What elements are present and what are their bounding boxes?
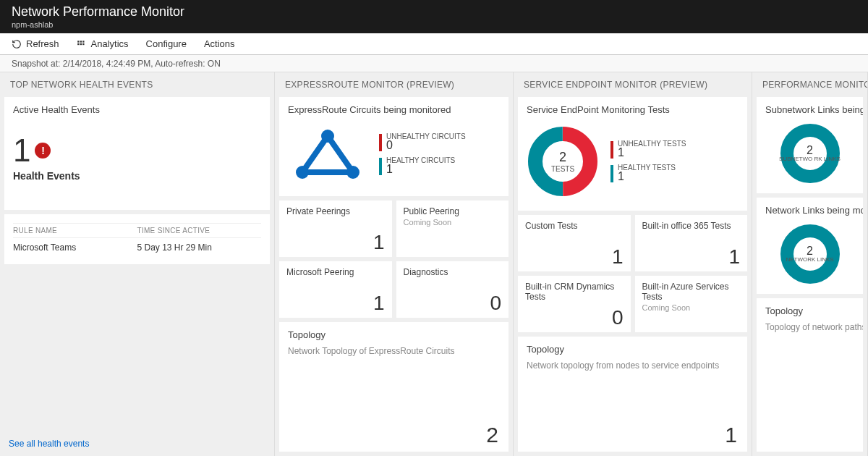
tile-public-peering[interactable]: Public PeeringComing Soon: [396, 200, 509, 257]
topology-sub: Topology of network paths: [765, 322, 854, 332]
alert-icon: !: [35, 143, 51, 159]
healthy-label: HEALTHY CIRCUITS: [386, 156, 455, 164]
topology-title: Topology: [288, 329, 500, 340]
toolbar: Refresh Analytics Configure Actions: [0, 33, 868, 55]
healthy-bar-icon: [379, 158, 382, 175]
tests-legend: UNHEALTHY TESTS1 HEALTHY TESTS1: [610, 140, 686, 183]
unhealthy-bar-icon: [610, 141, 613, 159]
svg-rect-1: [80, 41, 81, 42]
network-links-card[interactable]: Network Links being monitored 2NETWORK L…: [757, 198, 863, 294]
card-title: Subnetwork Links being monitored: [765, 104, 854, 115]
tile-azure-tests[interactable]: Built-in Azure Services TestsComing Soon: [635, 276, 748, 332]
health-events-count: 1 !: [13, 132, 261, 169]
circuit-legend: UNHEALTHY CIRCUITS0 HEALTHY CIRCUITS1: [379, 132, 466, 176]
svg-rect-0: [77, 41, 79, 42]
refresh-icon: [12, 39, 22, 49]
col-rule-name: RULE NAME: [13, 227, 137, 235]
refresh-button[interactable]: Refresh: [12, 38, 59, 49]
svg-point-6: [296, 166, 309, 179]
col-time-since: TIME SINCE ACTIVE: [137, 227, 262, 235]
expressroute-tiles: Private Peerings1 Public PeeringComing S…: [279, 200, 509, 318]
subnetwork-links-card[interactable]: Subnetwork Links being monitored 2SUBNET…: [757, 97, 863, 193]
configure-button[interactable]: Configure: [146, 38, 187, 49]
card-title: Active Health Events: [13, 104, 261, 115]
network-ring-icon: 2NETWORK LINKS: [778, 221, 843, 287]
ring-label: NETWORK LINKS: [786, 257, 833, 263]
card-title: ExpressRoute Circuits being monitored: [288, 104, 500, 115]
count-value: 1: [13, 132, 30, 169]
svg-rect-5: [82, 43, 84, 44]
topology-value: 2: [486, 423, 498, 447]
ring-value: 2: [807, 144, 813, 157]
column-header: PERFORMANCE MONITOR: [752, 72, 867, 97]
column-expressroute: EXPRESSROUTE MONITOR (PREVIEW) ExpressRo…: [275, 72, 514, 456]
app-subtitle: npm-ashlab: [12, 20, 856, 29]
unhealthy-label: UNHEALTHY CIRCUITS: [386, 132, 466, 140]
card-title: Network Links being monitored: [765, 205, 854, 216]
column-service-endpoint: SERVICE ENDPOINT MONITOR (PREVIEW) Servi…: [514, 72, 752, 456]
endpoint-tests-card[interactable]: Service EndPoint Monitoring Tests 2TESTS…: [518, 97, 747, 211]
expressroute-topology-card[interactable]: Topology Network Topology of ExpressRout…: [279, 322, 509, 452]
table-row[interactable]: Microsoft Teams 5 Day 13 Hr 29 Min: [13, 237, 261, 257]
tile-crm-tests[interactable]: Built-in CRM Dynamics Tests0: [518, 276, 631, 332]
topology-sub: Network topology from nodes to service e…: [527, 360, 739, 371]
topology-value: 1: [725, 423, 737, 447]
tests-donut-icon: 2TESTS: [527, 125, 599, 198]
card-title: Service EndPoint Monitoring Tests: [527, 104, 739, 115]
tile-custom-tests[interactable]: Custom Tests1: [518, 215, 631, 271]
svg-point-8: [321, 130, 334, 143]
healthy-bar-icon: [610, 165, 613, 182]
ring-label: SUBNETWO RK LINKS: [779, 156, 841, 163]
healthy-value: 1: [618, 170, 676, 183]
health-events-card[interactable]: Active Health Events 1 ! Health Events: [4, 97, 270, 210]
topology-title: Topology: [765, 305, 854, 316]
svg-rect-2: [82, 41, 84, 42]
column-header: EXPRESSROUTE MONITOR (PREVIEW): [275, 72, 513, 97]
unhealthy-bar-icon: [379, 134, 382, 151]
app-header: Network Performance Monitor npm-ashlab: [0, 0, 868, 33]
rule-name-cell: Microsoft Teams: [13, 242, 137, 253]
performance-topology-card[interactable]: Topology Topology of network paths: [757, 298, 863, 452]
ring-value: 2: [807, 245, 813, 258]
circuit-triangle-icon: [288, 125, 367, 183]
column-header: TOP NETWORK HEALTH EVENTS: [0, 72, 274, 97]
endpoint-topology-card[interactable]: Topology Network topology from nodes to …: [518, 337, 747, 452]
analytics-icon: [77, 39, 87, 49]
svg-point-7: [346, 166, 359, 179]
app-title: Network Performance Monitor: [12, 4, 856, 20]
analytics-label: Analytics: [91, 38, 129, 49]
topology-sub: Network Topology of ExpressRoute Circuit…: [288, 346, 500, 356]
endpoint-tiles: Custom Tests1 Built-in office 365 Tests1…: [518, 215, 747, 332]
donut-label: TESTS: [551, 165, 574, 173]
healthy-label: HEALTHY TESTS: [618, 164, 676, 172]
unhealthy-value: 0: [386, 139, 466, 152]
refresh-label: Refresh: [26, 38, 59, 49]
unhealthy-value: 1: [618, 146, 686, 159]
column-header: SERVICE ENDPOINT MONITOR (PREVIEW): [514, 72, 752, 97]
health-events-table: RULE NAME TIME SINCE ACTIVE Microsoft Te…: [4, 214, 270, 264]
svg-rect-3: [77, 43, 79, 44]
time-cell: 5 Day 13 Hr 29 Min: [137, 242, 262, 253]
healthy-value: 1: [386, 163, 455, 176]
actions-button[interactable]: Actions: [204, 38, 235, 49]
column-performance: PERFORMANCE MONITOR Subnetwork Links bei…: [752, 72, 868, 456]
topology-title: Topology: [527, 344, 739, 355]
tile-diagnostics[interactable]: Diagnostics0: [396, 261, 509, 318]
unhealthy-label: UNHEALTHY TESTS: [618, 140, 686, 148]
table-header: RULE NAME TIME SINCE ACTIVE: [13, 223, 261, 237]
tile-office365-tests[interactable]: Built-in office 365 Tests1: [635, 215, 748, 271]
expressroute-circuits-card[interactable]: ExpressRoute Circuits being monitored UN…: [279, 97, 509, 196]
tile-private-peerings[interactable]: Private Peerings1: [279, 200, 392, 257]
analytics-button[interactable]: Analytics: [77, 38, 129, 49]
actions-label: Actions: [204, 38, 235, 49]
snapshot-bar: Snapshot at: 2/14/2018, 4:24:49 PM, Auto…: [0, 55, 868, 72]
tile-microsoft-peering[interactable]: Microsoft Peering1: [279, 261, 392, 318]
configure-label: Configure: [146, 38, 187, 49]
subnetwork-ring-icon: 2SUBNETWO RK LINKS: [778, 121, 843, 186]
svg-rect-4: [80, 43, 81, 44]
column-health-events: TOP NETWORK HEALTH EVENTS Active Health …: [0, 72, 275, 456]
donut-value: 2: [559, 150, 566, 165]
dashboard-columns: TOP NETWORK HEALTH EVENTS Active Health …: [0, 72, 868, 456]
count-label: Health Events: [13, 170, 261, 182]
see-all-link[interactable]: See all health events: [9, 439, 265, 449]
